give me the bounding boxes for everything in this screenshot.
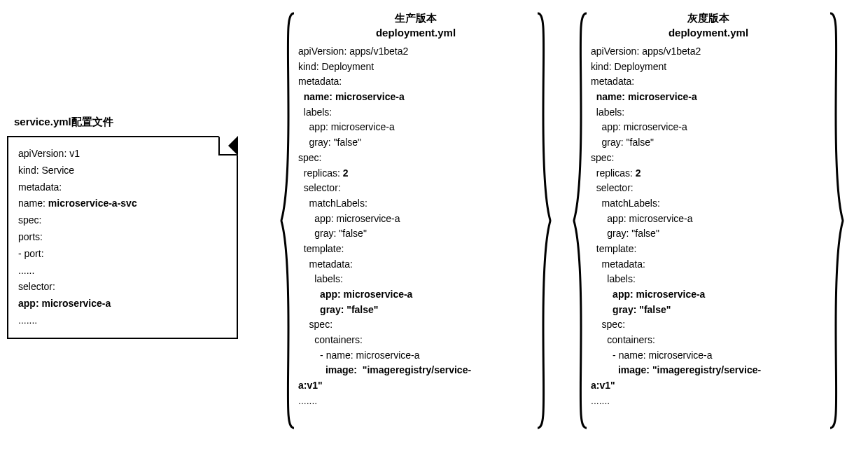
service-yml-column: service.yml配置文件 apiVersion: v1 kind: Ser… [7, 11, 259, 339]
brace-right-icon [827, 11, 844, 431]
production-title: 生产版本deployment.yml [297, 11, 535, 44]
yaml-line: ...... [18, 263, 230, 279]
gray-block: 灰度版本deployment.yml apiVersion: apps/v1be… [573, 11, 844, 431]
brace-left-icon [573, 11, 589, 431]
yaml-line: name: microservice-a-svc [18, 195, 230, 212]
brace-right-icon [535, 11, 552, 431]
yaml-line: apiVersion: v1 [18, 146, 230, 163]
yaml-line: ....... [18, 312, 230, 329]
service-yml-note: apiVersion: v1 kind: Service metadata: n… [7, 136, 238, 339]
yaml-line: selector: [18, 279, 230, 296]
production-yaml: apiVersion: apps/v1beta2 kind: Deploymen… [297, 44, 535, 412]
service-yml-title: service.yml配置文件 [14, 116, 259, 129]
yaml-line: kind: Service [18, 163, 230, 179]
yaml-line: metadata: [18, 179, 230, 196]
gray-yaml: apiVersion: apps/v1beta2 kind: Deploymen… [589, 44, 827, 412]
note-fold-icon [218, 136, 238, 156]
yaml-line: - port: [18, 246, 230, 263]
diagram-row: service.yml配置文件 apiVersion: v1 kind: Ser… [7, 11, 861, 431]
yaml-line: app: microservice-a [18, 296, 230, 312]
yaml-line: spec: [18, 212, 230, 229]
gray-title: 灰度版本deployment.yml [589, 11, 827, 44]
brace-left-icon [280, 11, 297, 431]
gray-content: 灰度版本deployment.yml apiVersion: apps/v1be… [589, 11, 827, 431]
production-block: 生产版本deployment.yml apiVersion: apps/v1be… [280, 11, 552, 431]
production-content: 生产版本deployment.yml apiVersion: apps/v1be… [297, 11, 535, 431]
yaml-line: ports: [18, 229, 230, 246]
